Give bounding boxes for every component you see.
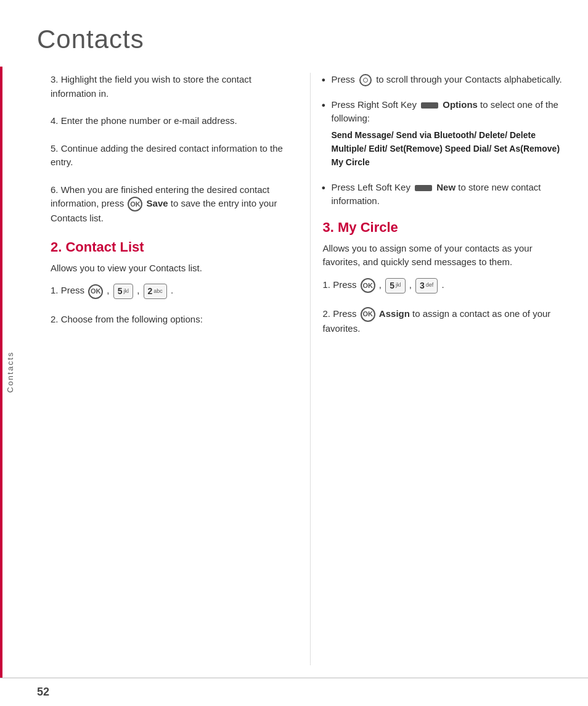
section3-step2-assign: Assign	[379, 308, 410, 319]
ok-icon-4: OK	[361, 307, 375, 322]
left-column: 3. Highlight the field you wish to store…	[32, 73, 310, 665]
key-5jkl-2: 5jkl	[385, 278, 405, 293]
bullet-2-options-label: Options	[443, 99, 478, 110]
step-4-num: 4.	[51, 115, 61, 126]
section3-step1-comma2: ,	[409, 279, 414, 290]
section-2-heading: 2. Contact List	[51, 239, 298, 255]
section2-step1-prefix: 1. Press	[51, 285, 87, 296]
step-5: 5. Continue adding the desired contact i…	[51, 142, 298, 170]
scroll-icon	[359, 74, 372, 86]
section3-step1-prefix: 1. Press	[323, 279, 359, 290]
page-footer: 52	[0, 678, 588, 706]
page: Contacts Contacts 3. Highlight the field…	[0, 0, 588, 706]
section3-step-1: 1. Press OK , 5jkl , 3def .	[323, 278, 570, 293]
key-5jkl: 5jkl	[113, 284, 133, 299]
page-title: Contacts	[37, 25, 551, 54]
step-3: 3. Highlight the field you wish to store…	[51, 73, 298, 101]
bullet-2-prefix: Press Right Soft Key	[332, 99, 420, 110]
section-3-heading: 3. My Circle	[323, 220, 570, 236]
section2-step1-period: .	[171, 285, 173, 296]
step-6-num: 6.	[51, 184, 61, 195]
section2-step1-comma2: ,	[137, 285, 142, 296]
page-header: Contacts	[0, 0, 588, 60]
sidebar-label: Contacts	[0, 67, 20, 678]
bullet-1: Press to scroll through your Contacts al…	[323, 73, 570, 87]
key-3def: 3def	[415, 278, 438, 293]
section-2-desc: Allows you to view your Contacts list.	[51, 261, 298, 276]
step-5-num: 5.	[51, 143, 61, 154]
right-soft-key-icon	[421, 102, 438, 109]
step-4: 4. Enter the phone number or e-mail addr…	[51, 114, 298, 128]
section2-step1-comma1: ,	[107, 285, 112, 296]
bullet-1-prefix: Press	[332, 74, 358, 84]
section-3-desc: Allows you to assign some of your contac…	[323, 242, 570, 269]
step-3-num: 3.	[51, 74, 61, 84]
page-number: 52	[37, 686, 49, 699]
section2-step2-text: 2. Choose from the following options:	[51, 314, 203, 324]
bullet-3: Press Left Soft Key New to store new con…	[323, 181, 570, 208]
key-2abc: 2abc	[144, 284, 167, 299]
section3-step1-comma1: ,	[379, 279, 384, 290]
step-4-text: Enter the phone number or e-mail address…	[61, 115, 237, 126]
bullet-1-text: to scroll through your Contacts alphabet…	[376, 74, 562, 84]
send-options-text: Send Message/ Send via Bluetooth/ Delete…	[332, 128, 570, 170]
section2-step-2: 2. Choose from the following options:	[51, 313, 298, 327]
ok-icon-3: OK	[361, 278, 375, 293]
bullet-2: Press Right Soft Key Options to select o…	[323, 98, 570, 170]
step-5-text: Continue adding the desired contact info…	[51, 143, 283, 168]
section3-step-2: 2. Press OK Assign to assign a contact a…	[323, 307, 570, 336]
section2-step-1: 1. Press OK , 5jkl , 2abc .	[51, 284, 298, 299]
step-3-text: Highlight the field you wish to store th…	[51, 74, 251, 99]
step-6-save: Save	[147, 198, 168, 208]
bullet-3-prefix: Press Left Soft Key	[332, 182, 414, 192]
right-column: Press to scroll through your Contacts al…	[310, 73, 570, 665]
content-area: Contacts 3. Highlight the field you wish…	[0, 60, 588, 678]
bullet-list: Press to scroll through your Contacts al…	[323, 73, 570, 208]
ok-icon-2: OK	[88, 284, 103, 299]
section3-step2-prefix: 2. Press	[323, 308, 359, 319]
section3-step1-period: .	[442, 279, 444, 290]
left-soft-key-icon	[415, 185, 432, 191]
bullet-3-new-label: New	[436, 182, 455, 192]
step-6: 6. When you are finished entering the de…	[51, 183, 298, 226]
ok-icon: OK	[128, 197, 142, 211]
two-col-layout: 3. Highlight the field you wish to store…	[20, 67, 588, 678]
